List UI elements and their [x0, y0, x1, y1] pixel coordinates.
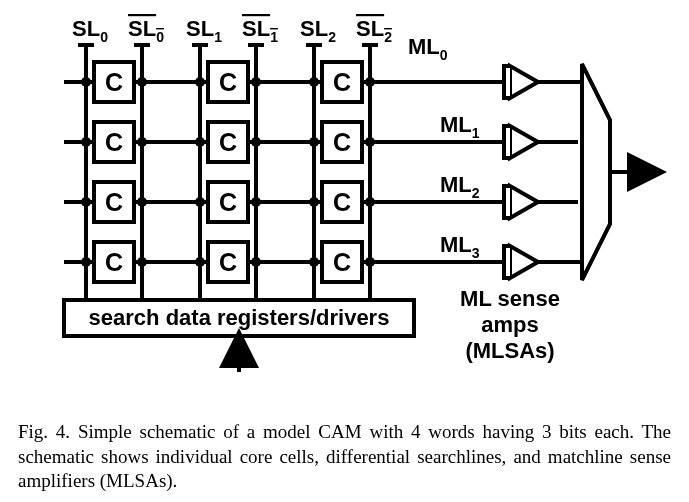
svg-point-44	[137, 257, 147, 267]
encoder-mux	[582, 64, 610, 280]
svg-point-28	[251, 77, 261, 87]
ml-labels: ML0 ML1 ML2 ML3	[408, 34, 480, 261]
svg-point-29	[309, 77, 319, 87]
figure-caption: Fig. 4. Simple schematic of a model CAM …	[18, 420, 671, 494]
svg-point-31	[81, 137, 91, 147]
svg-point-47	[309, 257, 319, 267]
svg-point-32	[137, 137, 147, 147]
svg-point-37	[81, 197, 91, 207]
svg-text:SL2: SL2	[300, 16, 336, 45]
search-drivers-label: search data registers/drivers	[89, 305, 390, 330]
svg-point-45	[195, 257, 205, 267]
svg-point-42	[365, 197, 375, 207]
svg-text:ML0: ML0	[408, 34, 448, 63]
svg-text:(MLSAs): (MLSAs)	[465, 338, 554, 363]
svg-point-38	[137, 197, 147, 207]
connection-dots	[81, 77, 375, 267]
svg-text:ML3: ML3	[440, 232, 480, 261]
svg-text:SL1: SL1	[242, 16, 278, 45]
amp-to-mux-wires	[538, 82, 584, 262]
svg-point-35	[309, 137, 319, 147]
svg-text:ML sense: ML sense	[460, 286, 560, 311]
svg-text:SL0: SL0	[128, 16, 164, 45]
matchlines	[64, 82, 505, 262]
svg-point-33	[195, 137, 205, 147]
svg-text:ML1: ML1	[440, 112, 480, 141]
svg-point-39	[195, 197, 205, 207]
svg-text:amps: amps	[481, 312, 538, 337]
svg-point-41	[309, 197, 319, 207]
svg-point-25	[81, 77, 91, 87]
svg-text:SL0: SL0	[72, 16, 108, 45]
svg-point-46	[251, 257, 261, 267]
svg-text:SL2: SL2	[356, 16, 392, 45]
svg-text:ML2: ML2	[440, 172, 480, 201]
svg-point-40	[251, 197, 261, 207]
svg-point-27	[195, 77, 205, 87]
sl-labels: SL0 SL0 SL1 SL1 SL2 SL2	[72, 16, 392, 45]
svg-point-30	[365, 77, 375, 87]
mlsa-label: ML sense amps (MLSAs)	[460, 286, 560, 363]
svg-point-36	[365, 137, 375, 147]
cell-array	[94, 62, 362, 282]
mlsa-amps	[504, 66, 538, 278]
svg-point-48	[365, 257, 375, 267]
svg-text:SL1: SL1	[186, 16, 222, 45]
svg-point-43	[81, 257, 91, 267]
svg-point-34	[251, 137, 261, 147]
svg-point-26	[137, 77, 147, 87]
